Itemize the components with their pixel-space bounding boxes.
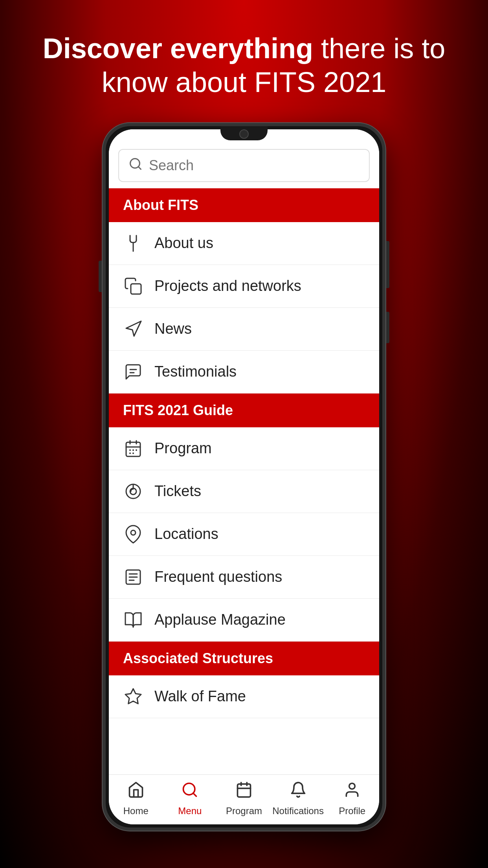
nav-menu[interactable]: Menu <box>163 781 217 817</box>
hero-section: Discover everything there is to know abo… <box>0 0 488 123</box>
about-us-label: About us <box>154 235 213 252</box>
news-label: News <box>154 320 192 337</box>
book-icon <box>123 610 143 630</box>
star-icon <box>123 686 143 707</box>
applause-magazine-label: Applause Magazine <box>154 611 286 628</box>
locations-label: Locations <box>154 526 218 542</box>
person-icon <box>343 781 361 802</box>
search-bar[interactable] <box>118 149 370 182</box>
menu-item-about-us[interactable]: About us <box>109 222 379 265</box>
menu-item-locations[interactable]: Locations <box>109 513 379 556</box>
projects-networks-label: Projects and networks <box>154 278 301 294</box>
message-icon <box>123 362 143 382</box>
hero-title-bold: Discover everything <box>43 33 313 64</box>
fork-icon <box>123 233 143 254</box>
section-about-fits: About FITS <box>109 188 379 222</box>
section-associated-structures: Associated Structures <box>109 642 379 675</box>
home-icon <box>127 781 145 802</box>
svg-point-21 <box>131 530 136 535</box>
ticket-icon <box>123 481 143 502</box>
bottom-nav: Home Menu <box>109 774 379 824</box>
svg-marker-6 <box>126 321 141 336</box>
notifications-nav-label: Notifications <box>272 805 324 817</box>
phone-frame: About FITS About us <box>103 123 385 831</box>
program-nav-label: Program <box>226 805 262 817</box>
menu-item-tickets[interactable]: Tickets <box>109 470 379 513</box>
power-button <box>386 241 389 288</box>
svg-line-1 <box>138 167 141 169</box>
phone-screen: About FITS About us <box>109 129 379 824</box>
section-fits-guide: FITS 2021 Guide <box>109 394 379 427</box>
nav-program[interactable]: Program <box>217 781 271 817</box>
nav-notifications[interactable]: Notifications <box>271 781 325 817</box>
menu-item-testimonials[interactable]: Testimonials <box>109 351 379 394</box>
bell-icon <box>290 781 307 802</box>
home-nav-label: Home <box>123 805 149 817</box>
calendar-nav-icon <box>235 781 253 802</box>
navigation-icon <box>123 319 143 339</box>
svg-line-28 <box>193 793 196 796</box>
faq-icon <box>123 567 143 587</box>
bixby-button <box>386 312 389 343</box>
menu-item-projects-networks[interactable]: Projects and networks <box>109 265 379 308</box>
tickets-label: Tickets <box>154 483 201 500</box>
menu-item-frequent-questions[interactable]: Frequent questions <box>109 556 379 599</box>
menu-item-applause-magazine[interactable]: Applause Magazine <box>109 599 379 642</box>
testimonials-label: Testimonials <box>154 363 237 380</box>
menu-item-program[interactable]: Program <box>109 427 379 470</box>
svg-rect-29 <box>237 784 250 797</box>
svg-marker-26 <box>125 689 141 704</box>
menu-nav-label: Menu <box>178 805 202 817</box>
search-icon <box>128 157 143 174</box>
menu-item-news[interactable]: News <box>109 308 379 351</box>
phone-container: About FITS About us <box>103 123 385 831</box>
walk-of-fame-label: Walk of Fame <box>154 688 246 705</box>
profile-nav-label: Profile <box>339 805 365 817</box>
front-camera <box>239 129 249 139</box>
svg-rect-5 <box>131 284 141 294</box>
copy-icon <box>123 276 143 296</box>
volume-button <box>99 261 102 292</box>
screen-content[interactable]: About FITS About us <box>109 129 379 774</box>
location-icon <box>123 524 143 544</box>
search-input[interactable] <box>149 157 360 174</box>
frequent-questions-label: Frequent questions <box>154 568 282 585</box>
menu-icon <box>181 781 198 802</box>
phone-notch <box>220 126 268 140</box>
menu-item-walk-of-fame[interactable]: Walk of Fame <box>109 675 379 718</box>
calendar-icon <box>123 438 143 459</box>
nav-profile[interactable]: Profile <box>325 781 379 817</box>
svg-point-33 <box>349 783 355 789</box>
nav-home[interactable]: Home <box>109 781 163 817</box>
program-label: Program <box>154 440 212 457</box>
